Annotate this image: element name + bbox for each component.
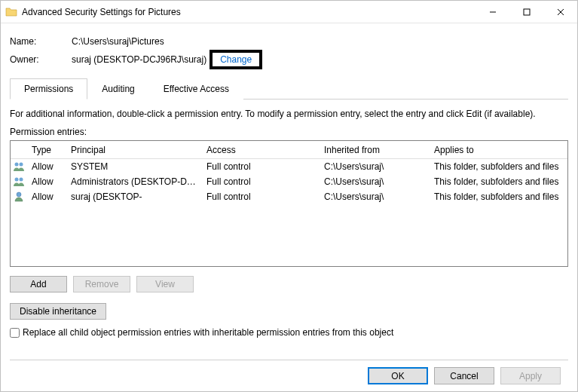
- dialog-content: Name: C:\Users\suraj\Pictures Owner: sur…: [1, 23, 577, 391]
- principal-icon: [11, 191, 27, 203]
- replace-children-label[interactable]: Replace all child object permission entr…: [23, 327, 393, 338]
- name-label: Name:: [10, 36, 72, 47]
- col-applies[interactable]: Applies to: [430, 145, 567, 155]
- cell-principal: Administrators (DESKTOP-DC...: [66, 176, 202, 187]
- grid-header: Type Principal Access Inherited from App…: [11, 141, 567, 159]
- change-owner-link[interactable]: Change: [220, 54, 252, 65]
- cell-inherited: C:\Users\suraj\: [320, 191, 430, 202]
- window-title: Advanced Security Settings for Pictures: [22, 7, 476, 17]
- entry-actions: Add Remove View: [10, 276, 568, 292]
- permission-entries-label: Permission entries:: [10, 127, 568, 137]
- name-row: Name: C:\Users\suraj\Pictures: [10, 32, 568, 51]
- replace-children-row: Replace all child object permission entr…: [10, 327, 568, 338]
- col-access[interactable]: Access: [202, 145, 320, 155]
- cell-applies: This folder, subfolders and files: [430, 161, 567, 172]
- ok-button[interactable]: OK: [368, 367, 428, 384]
- owner-value: suraj (DESKTOP-DCJ96RJ\suraj): [72, 54, 206, 65]
- window-controls: [476, 1, 577, 23]
- svg-point-2: [20, 163, 23, 167]
- cell-inherited: C:\Users\suraj\: [320, 161, 430, 172]
- table-row[interactable]: AllowAdministrators (DESKTOP-DC...Full c…: [11, 174, 567, 189]
- cell-inherited: C:\Users\suraj\: [320, 176, 430, 187]
- owner-row: Owner: suraj (DESKTOP-DCJ96RJ\suraj) Cha…: [10, 51, 568, 69]
- instructions-text: For additional information, double-click…: [10, 109, 568, 119]
- minimize-button[interactable]: [476, 1, 509, 23]
- security-dialog: Advanced Security Settings for Pictures …: [0, 0, 578, 392]
- apply-button[interactable]: Apply: [500, 367, 561, 384]
- permission-entries-grid[interactable]: Type Principal Access Inherited from App…: [10, 140, 568, 267]
- close-button[interactable]: [543, 1, 577, 23]
- tab-auditing[interactable]: Auditing: [87, 78, 148, 100]
- remove-button[interactable]: Remove: [73, 276, 130, 292]
- folder-icon: [5, 6, 17, 18]
- add-button[interactable]: Add: [10, 276, 67, 292]
- cell-applies: This folder, subfolders and files: [430, 176, 567, 187]
- inheritance-row: Disable inheritance: [10, 303, 568, 320]
- svg-point-5: [17, 192, 21, 197]
- cell-applies: This folder, subfolders and files: [430, 191, 567, 202]
- cancel-button[interactable]: Cancel: [434, 367, 494, 384]
- cell-principal: suraj (DESKTOP-: [66, 191, 202, 202]
- principal-icon: [11, 176, 27, 188]
- disable-inheritance-button[interactable]: Disable inheritance: [10, 303, 106, 320]
- col-principal[interactable]: Principal: [66, 145, 202, 155]
- cell-type: Allow: [27, 176, 66, 187]
- principal-icon: [11, 161, 27, 173]
- col-inherited[interactable]: Inherited from: [320, 145, 430, 155]
- owner-label: Owner:: [10, 54, 72, 65]
- name-value: C:\Users\suraj\Pictures: [72, 36, 164, 47]
- view-button[interactable]: View: [136, 276, 194, 292]
- svg-rect-0: [524, 9, 530, 15]
- cell-type: Allow: [27, 191, 66, 202]
- svg-point-3: [15, 178, 19, 182]
- svg-point-4: [20, 178, 23, 182]
- maximize-button[interactable]: [509, 1, 543, 23]
- tab-permissions[interactable]: Permissions: [10, 78, 87, 100]
- tab-strip: Permissions Auditing Effective Access: [10, 78, 568, 100]
- cell-access: Full control: [202, 161, 320, 172]
- cell-access: Full control: [202, 176, 320, 187]
- cell-access: Full control: [202, 191, 320, 202]
- dialog-footer: OK Cancel Apply: [10, 360, 568, 391]
- table-row[interactable]: AllowSYSTEMFull controlC:\Users\suraj\Th…: [11, 159, 567, 174]
- col-type[interactable]: Type: [27, 145, 66, 155]
- change-owner-highlight: Change: [209, 50, 262, 69]
- titlebar: Advanced Security Settings for Pictures: [1, 1, 577, 23]
- replace-children-checkbox[interactable]: [10, 328, 20, 338]
- table-row[interactable]: Allowsuraj (DESKTOP-Full controlC:\Users…: [11, 189, 567, 204]
- cell-type: Allow: [27, 161, 66, 172]
- svg-point-1: [15, 163, 19, 167]
- cell-principal: SYSTEM: [66, 161, 202, 172]
- grid-body: AllowSYSTEMFull controlC:\Users\suraj\Th…: [11, 159, 567, 204]
- tab-effective-access[interactable]: Effective Access: [149, 78, 243, 100]
